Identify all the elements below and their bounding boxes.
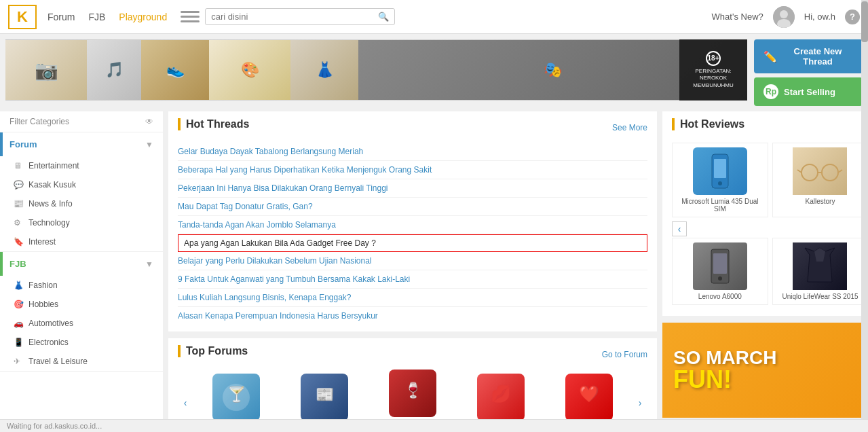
eye-icon[interactable]: 👁 [145, 117, 153, 126]
chevron-down-icon: ▼ [145, 140, 153, 149]
thread-list: Gelar Budaya Dayak Tabalong Berlangsung … [178, 143, 647, 325]
content-area: Hot Threads See More Gelar Budaya Dayak … [163, 111, 662, 432]
banner: 📷 🎵 👟 🎨 👗 🎭 18+ PERINGATAN: NEROKOK MEMB… [5, 39, 747, 101]
svg-text:📰: 📰 [316, 385, 335, 403]
car-icon: 🚗 [14, 319, 23, 328]
product-name: Lenovo A6000 [698, 293, 742, 300]
top-forums-box: Top Forums Go to Forum ‹ 🍸 The Lounge [168, 338, 657, 432]
reviews-prev-arrow[interactable]: ‹ [672, 221, 687, 236]
sidebar-item-kasak-kusuk[interactable]: 💬 Kasak Kusuk [0, 175, 163, 194]
search-bar: 🔍 [205, 8, 395, 25]
sidebar-item-fashion[interactable]: 👗 Fashion [0, 276, 163, 295]
svg-text:🍸: 🍸 [227, 385, 246, 403]
forums-next-arrow[interactable]: › [633, 395, 647, 410]
see-more-link[interactable]: See More [612, 123, 647, 132]
sidebar-item-technology[interactable]: ⚙ Technology [0, 213, 163, 232]
thread-item-highlighted[interactable]: Apa yang Agan Lakukan Bila Ada Gadget Fr… [178, 234, 647, 252]
sidebar-item-electronics[interactable]: 📱 Electronics [0, 333, 163, 352]
top-forums-title: Top Forums [178, 345, 248, 357]
hi-user-label: Hi, ow.h [804, 12, 835, 22]
hot-threads-header: Hot Threads See More [178, 118, 647, 137]
banner-warning-text: PERINGATAN: NEROKOK MEMBUNUHMU [682, 68, 744, 89]
product-card-uniqlo[interactable]: Uniqlo LifeWear SS 2015 [772, 238, 868, 305]
nav-playground[interactable]: Playground [119, 12, 167, 22]
forum-section-header[interactable]: Forum ▼ [0, 132, 163, 156]
product-card-lumia[interactable]: Microsoft Lumia 435 Dual SIM [672, 143, 768, 217]
svg-rect-10 [714, 159, 726, 178]
thread-item[interactable]: Alasan Kenapa Perempuan Indonesia Harus … [178, 307, 647, 325]
forums-prev-arrow[interactable]: ‹ [178, 395, 193, 410]
product-image [793, 242, 847, 290]
hot-reviews-box: Hot Reviews Go To FJB Microsoft Lumia 43… [662, 111, 868, 316]
svg-line-16 [838, 170, 842, 173]
svg-point-1 [780, 10, 788, 18]
svg-text:💋: 💋 [491, 384, 511, 403]
help-icon[interactable]: ? [845, 10, 860, 24]
product-name: Kallestory [806, 198, 835, 205]
thread-item[interactable]: Belajar yang Perlu Dilakukan Sebelum Uji… [178, 252, 647, 270]
create-thread-button[interactable]: ✏️ Create New Thread [754, 39, 863, 73]
filter-categories-label: Filter Categories [10, 117, 69, 126]
nav-forum[interactable]: Forum [48, 12, 75, 22]
sidebar-item-interest[interactable]: 🔖 Interest [0, 232, 163, 251]
scrollbar-thumb[interactable] [861, 1, 868, 42]
thread-item[interactable]: Pekerjaan Ini Hanya Bisa Dilakukan Orang… [178, 179, 647, 198]
product-image [693, 242, 747, 290]
go-to-forum-link[interactable]: Go to Forum [602, 350, 647, 359]
whats-new-link[interactable]: What's New? [712, 12, 763, 22]
product-card-kallestory[interactable]: Kallestory [772, 143, 868, 217]
header: K Forum FJB Playground 🔍 What's New? Hi,… [0, 0, 868, 34]
hobbies-icon: 🎯 [14, 300, 23, 309]
product-name: Uniqlo LifeWear SS 2015 [782, 293, 858, 300]
svg-text:❤️: ❤️ [579, 384, 599, 403]
gear-icon: ⚙ [14, 218, 23, 228]
product-grid-row1: Microsoft Lumia 435 Dual SIM Kallestory [672, 143, 868, 217]
thread-item[interactable]: Tanda-tanda Agan Akan Jomblo Selamanya [178, 216, 647, 234]
nav-fjb[interactable]: FJB [88, 12, 105, 22]
svg-point-12 [801, 164, 818, 181]
thread-item[interactable]: Lulus Kuliah Langsung Bisnis, Kenapa Eng… [178, 289, 647, 307]
search-icon[interactable]: 🔍 [378, 12, 389, 22]
thread-item[interactable]: Gelar Budaya Dayak Tabalong Berlangsung … [178, 143, 647, 161]
hot-reviews-title: Hot Reviews [672, 118, 744, 130]
search-input[interactable] [211, 12, 378, 22]
sidebar-item-automotives[interactable]: 🚗 Automotives [0, 314, 163, 333]
hot-threads-title: Hot Threads [178, 118, 249, 130]
age-badge: 18+ [706, 51, 721, 66]
product-image [693, 147, 747, 195]
chevron-down-icon-fjb: ▼ [145, 259, 153, 269]
start-selling-button[interactable]: Rp Start Selling [754, 77, 863, 106]
top-forums-header: Top Forums Go to Forum [178, 345, 647, 364]
thread-item[interactable]: 9 Fakta Untuk Aganwati yang Tumbuh Bersa… [178, 270, 647, 289]
entertainment-icon: 🖥 [14, 161, 23, 170]
action-buttons: ✏️ Create New Thread Rp Start Selling [754, 39, 863, 106]
bookmark-icon: 🔖 [14, 237, 23, 247]
avatar[interactable] [773, 6, 795, 28]
sidebar-item-news-info[interactable]: 📰 News & Info [0, 194, 163, 213]
edit-icon: ✏️ [763, 50, 777, 63]
blibli-ad[interactable]: SO MARCH FUN! Beragam Kejutan Seru SETIA… [662, 323, 868, 418]
thread-item[interactable]: Beberapa Hal yang Harus Diperhatikan Ket… [178, 161, 647, 179]
logo[interactable]: K [8, 5, 37, 29]
fjb-section-header[interactable]: FJB ▼ [0, 252, 163, 276]
main-container: Filter Categories 👁 Forum ▼ 🖥 Entertainm… [0, 111, 868, 432]
blibli-headline: SO MARCH FUN! [673, 348, 776, 392]
svg-point-11 [718, 181, 722, 185]
scrollbar-track[interactable] [861, 0, 868, 432]
svg-text:🍷: 🍷 [404, 381, 423, 399]
svg-rect-21 [713, 253, 727, 274]
sidebar-item-entertainment[interactable]: 🖥 Entertainment [0, 156, 163, 175]
sidebar-item-travel[interactable]: ✈ Travel & Leisure [0, 352, 163, 371]
hot-threads-box: Hot Threads See More Gelar Budaya Dayak … [168, 111, 657, 331]
reviews-row-nav: ‹ › [672, 221, 868, 236]
thread-item[interactable]: Mau Dapat Tag Donatur Gratis, Gan? [178, 198, 647, 216]
sidebar-filter: Filter Categories 👁 [0, 111, 163, 132]
hamburger-menu[interactable] [181, 7, 200, 26]
travel-icon: ✈ [14, 357, 23, 366]
product-card-lenovo-a6[interactable]: Lenovo A6000 [672, 238, 768, 305]
sidebar-item-hobbies[interactable]: 🎯 Hobbies [0, 295, 163, 314]
newspaper-icon: 📰 [14, 199, 23, 209]
product-name: Microsoft Lumia 435 Dual SIM [677, 198, 763, 213]
product-grid-row2: Lenovo A6000 Uniqlo LifeWear SS 2015 [672, 238, 868, 305]
right-panel: Hot Reviews Go To FJB Microsoft Lumia 43… [662, 111, 868, 432]
